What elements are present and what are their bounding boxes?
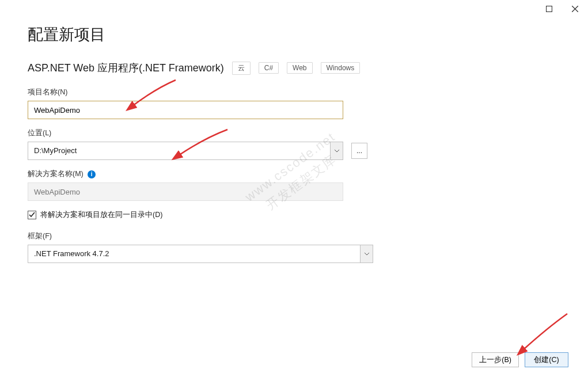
annotation-arrow — [513, 311, 570, 359]
tag: Windows — [321, 62, 361, 74]
window-titlebar — [536, 0, 588, 17]
tag: C# — [259, 62, 279, 74]
solution-name-label: 解决方案名称(M) i — [28, 169, 560, 179]
location-input[interactable]: D:\MyProject — [28, 142, 343, 160]
template-row: ASP.NET Web 应用程序(.NET Framework) 云 C# We… — [28, 61, 560, 75]
page-title: 配置新项目 — [28, 24, 560, 45]
close-button[interactable] — [562, 0, 588, 17]
svg-rect-0 — [547, 6, 552, 12]
framework-label: 框架(F) — [28, 231, 560, 241]
create-button[interactable]: 创建(C) — [525, 352, 568, 367]
template-name: ASP.NET Web 应用程序(.NET Framework) — [28, 61, 224, 75]
solution-name-input — [28, 182, 343, 201]
tag: 云 — [232, 62, 251, 75]
same-directory-label: 将解决方案和项目放在同一目录中(D) — [40, 210, 162, 220]
location-label: 位置(L) — [28, 128, 560, 138]
browse-button[interactable]: ... — [351, 143, 367, 159]
maximize-button[interactable] — [536, 0, 562, 17]
back-button[interactable]: 上一步(B) — [472, 352, 519, 367]
checkbox-icon — [28, 211, 36, 219]
dialog-footer: 上一步(B) 创建(C) — [472, 352, 568, 367]
info-icon: i — [88, 170, 96, 178]
dialog-content: 配置新项目 ASP.NET Web 应用程序(.NET Framework) 云… — [0, 0, 588, 263]
project-name-label: 项目名称(N) — [28, 88, 560, 97]
same-directory-checkbox[interactable]: 将解决方案和项目放在同一目录中(D) — [28, 210, 560, 220]
tag: Web — [287, 62, 312, 74]
framework-select[interactable]: .NET Framework 4.7.2 — [28, 245, 373, 263]
project-name-input[interactable] — [28, 101, 343, 119]
